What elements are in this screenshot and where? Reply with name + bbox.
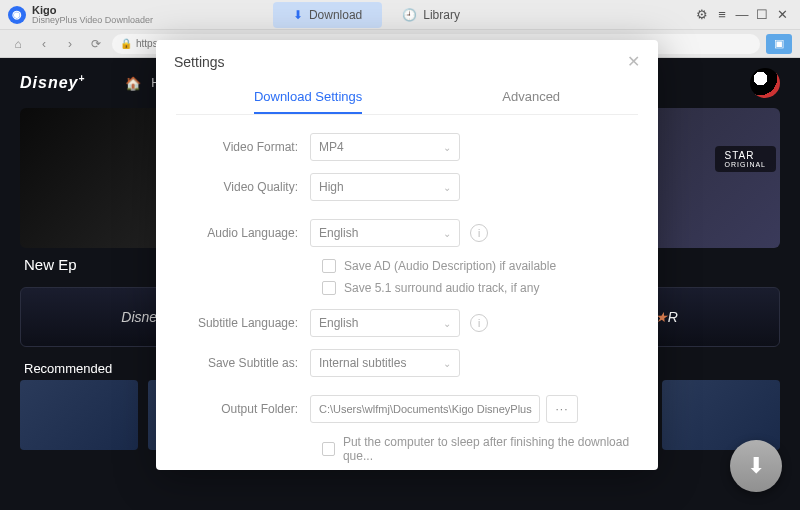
maximize-button[interactable]: ☐ (752, 5, 772, 25)
label-subtitle-language: Subtitle Language: (180, 316, 310, 330)
title-bar: ◉ Kigo DisneyPlus Video Downloader ⬇ Dow… (0, 0, 800, 30)
chevron-down-icon: ⌄ (443, 358, 451, 369)
recommended-tile[interactable] (20, 380, 138, 450)
label-save-subtitle-as: Save Subtitle as: (180, 356, 310, 370)
select-video-quality[interactable]: High⌄ (310, 173, 460, 201)
avatar[interactable] (750, 68, 780, 98)
checkbox-save-51[interactable] (322, 281, 336, 295)
checkbox-sleep-label: Put the computer to sleep after finishin… (343, 435, 634, 463)
checkbox-save-ad[interactable] (322, 259, 336, 273)
select-subtitle-language[interactable]: English⌄ (310, 309, 460, 337)
lock-icon: 🔒 (120, 38, 132, 49)
app-subtitle: DisneyPlus Video Downloader (32, 16, 153, 26)
select-save-subtitle-as[interactable]: Internal subtitles⌄ (310, 349, 460, 377)
settings-gear-icon[interactable]: ⚙ (692, 5, 712, 25)
forward-icon[interactable]: › (60, 34, 80, 54)
menu-icon[interactable]: ≡ (712, 5, 732, 25)
label-video-quality: Video Quality: (180, 180, 310, 194)
checkbox-save-51-label: Save 5.1 surround audio track, if any (344, 281, 539, 295)
label-video-format: Video Format: (180, 140, 310, 154)
nav-home-icon[interactable]: 🏠 (125, 76, 141, 91)
download-icon: ⬇ (293, 8, 303, 22)
settings-modal: Settings ✕ Download Settings Advanced Vi… (156, 40, 658, 470)
star-badge: STAR ORIGINAL (715, 146, 776, 172)
info-icon[interactable]: i (470, 314, 488, 332)
info-icon[interactable]: i (470, 224, 488, 242)
minimize-button[interactable]: — (732, 5, 752, 25)
tab-library-label: Library (423, 8, 460, 22)
modal-tab-advanced[interactable]: Advanced (502, 89, 560, 114)
label-audio-language: Audio Language: (180, 226, 310, 240)
label-output-folder: Output Folder: (180, 402, 310, 416)
tab-library[interactable]: 🕘 Library (382, 2, 480, 28)
browse-button[interactable]: ··· (546, 395, 578, 423)
output-folder-input[interactable]: C:\Users\wlfmj\Documents\Kigo DisneyPlus (310, 395, 540, 423)
close-button[interactable]: ✕ (772, 5, 792, 25)
tab-download-label: Download (309, 8, 362, 22)
floating-download-button[interactable]: ⬇ (730, 440, 782, 492)
app-title: Kigo (32, 4, 153, 16)
library-icon: 🕘 (402, 8, 417, 22)
select-audio-language[interactable]: English⌄ (310, 219, 460, 247)
chevron-down-icon: ⌄ (443, 318, 451, 329)
checkbox-save-ad-label: Save AD (Audio Description) if available (344, 259, 556, 273)
video-capture-icon[interactable]: ▣ (766, 34, 792, 54)
tab-download[interactable]: ⬇ Download (273, 2, 382, 28)
chevron-down-icon: ⌄ (443, 142, 451, 153)
disney-logo: Disney+ (20, 73, 85, 92)
modal-tab-download-settings[interactable]: Download Settings (254, 89, 362, 114)
reload-icon[interactable]: ⟳ (86, 34, 106, 54)
modal-title: Settings (174, 54, 225, 70)
recommended-tile[interactable] (662, 380, 780, 450)
back-icon[interactable]: ‹ (34, 34, 54, 54)
app-logo-icon: ◉ (8, 6, 26, 24)
chevron-down-icon: ⌄ (443, 182, 451, 193)
modal-close-icon[interactable]: ✕ (627, 52, 640, 71)
select-video-format[interactable]: MP4⌄ (310, 133, 460, 161)
chevron-down-icon: ⌄ (443, 228, 451, 239)
home-icon[interactable]: ⌂ (8, 34, 28, 54)
checkbox-sleep[interactable] (322, 442, 335, 456)
